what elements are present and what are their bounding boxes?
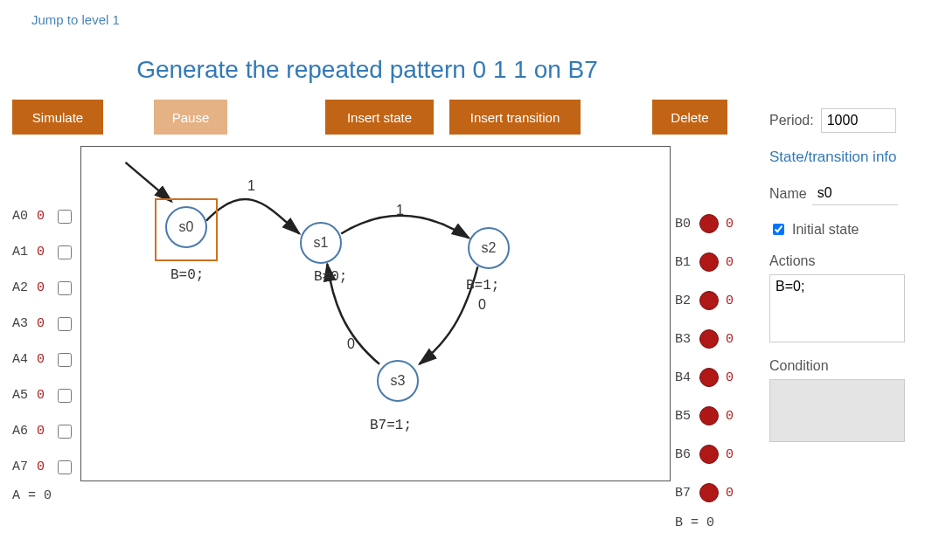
transition-s0-s1-label: 1 (247, 178, 255, 194)
delete-button[interactable]: Delete (652, 100, 727, 135)
initial-state-checkbox[interactable] (773, 224, 784, 235)
transition-s3-s1-label: 0 (347, 336, 355, 352)
input-value: 0 (37, 245, 54, 259)
fsm-canvas[interactable]: s0 s1 s2 s3 B=0; B=0; B=1; B7=1; 1 1 0 0 (80, 146, 671, 481)
state-s0[interactable]: s0 (165, 206, 207, 248)
condition-label: Condition (769, 358, 925, 374)
input-checkbox[interactable] (58, 210, 72, 224)
led-icon (699, 252, 719, 272)
input-row: A20 (12, 270, 74, 306)
input-name: A5 (12, 388, 37, 403)
led-icon (699, 445, 719, 464)
properties-panel: Period: State/transition info Name Initi… (769, 108, 925, 446)
input-name: A2 (12, 280, 37, 295)
outputs-sum: B = 0 (675, 515, 734, 530)
input-row: A70 (12, 449, 74, 485)
insert-transition-button[interactable]: Insert transition (449, 100, 581, 135)
inputs-sum: A = 0 (12, 488, 74, 503)
input-row: A30 (12, 306, 74, 342)
transition-s1-s2-label: 1 (396, 203, 404, 218)
output-name: B1 (675, 255, 699, 270)
input-name: A1 (12, 245, 37, 259)
period-input[interactable] (821, 108, 896, 133)
output-name: B4 (675, 370, 699, 385)
input-checkbox[interactable] (58, 389, 72, 403)
output-value: 0 (726, 486, 734, 501)
toolbar: Simulate Pause Insert state Insert trans… (12, 100, 738, 136)
input-checkbox[interactable] (58, 281, 72, 295)
output-value: 0 (726, 332, 734, 347)
led-icon (699, 368, 719, 387)
input-checkbox[interactable] (58, 460, 72, 474)
input-checkbox[interactable] (58, 353, 72, 367)
led-icon (699, 291, 719, 310)
output-value: 0 (726, 217, 734, 232)
state-s2-action: B=1; (466, 278, 499, 294)
name-input[interactable] (812, 182, 898, 205)
output-name: B7 (675, 486, 699, 501)
insert-state-button[interactable]: Insert state (325, 100, 434, 135)
state-s1-action: B=0; (314, 269, 347, 285)
state-s2[interactable]: s2 (468, 227, 510, 269)
state-s3-action: B7=1; (370, 418, 412, 433)
condition-textarea[interactable] (769, 379, 905, 442)
output-name: B5 (675, 409, 699, 424)
output-row: B10 (675, 243, 734, 281)
output-value: 0 (726, 255, 734, 270)
state-s1[interactable]: s1 (300, 222, 342, 264)
led-icon (699, 214, 719, 233)
input-name: A3 (12, 316, 37, 331)
input-value: 0 (37, 280, 54, 295)
inputs-panel: A00A10A20A30A40A50A60A70 A = 0 (12, 198, 74, 503)
state-s0-action: B=0; (170, 267, 204, 283)
input-value: 0 (37, 424, 54, 439)
output-row: B00 (675, 204, 734, 243)
input-value: 0 (37, 316, 54, 331)
led-icon (699, 329, 719, 349)
actions-textarea[interactable] (769, 274, 905, 342)
input-value: 0 (37, 388, 54, 403)
input-value: 0 (37, 352, 54, 367)
input-value: 0 (37, 209, 54, 224)
input-name: A6 (12, 424, 37, 439)
output-value: 0 (726, 370, 734, 385)
output-row: B40 (675, 358, 734, 397)
input-row: A10 (12, 234, 74, 270)
outputs-panel: B00B10B20B30B40B50B60B70 B = 0 (675, 204, 734, 530)
info-link[interactable]: State/transition info (769, 149, 925, 166)
input-name: A0 (12, 209, 37, 224)
input-checkbox[interactable] (58, 245, 72, 259)
input-row: A00 (12, 198, 74, 234)
output-value: 0 (726, 294, 734, 308)
output-value: 0 (726, 409, 734, 424)
output-row: B20 (675, 281, 734, 320)
output-name: B0 (675, 217, 699, 232)
input-row: A50 (12, 377, 74, 413)
output-value: 0 (726, 447, 734, 462)
output-row: B50 (675, 397, 734, 435)
input-checkbox[interactable] (58, 317, 72, 331)
pause-button[interactable]: Pause (154, 100, 227, 135)
input-value: 0 (37, 460, 54, 474)
input-name: A7 (12, 460, 37, 474)
transition-s2-s3-label: 0 (478, 297, 486, 313)
output-name: B3 (675, 332, 699, 347)
input-checkbox[interactable] (58, 425, 72, 439)
output-row: B30 (675, 320, 734, 358)
led-icon (699, 406, 719, 425)
output-name: B2 (675, 294, 699, 308)
output-row: B60 (675, 435, 734, 474)
input-row: A40 (12, 342, 74, 377)
input-row: A60 (12, 413, 74, 449)
period-label: Period: (769, 113, 814, 128)
output-row: B70 (675, 474, 734, 512)
name-label: Name (769, 186, 807, 202)
actions-label: Actions (769, 253, 925, 269)
state-s3[interactable]: s3 (377, 360, 419, 402)
input-name: A4 (12, 352, 37, 367)
led-icon (699, 483, 719, 502)
output-name: B6 (675, 447, 699, 462)
initial-state-label: Initial state (792, 222, 859, 238)
simulate-button[interactable]: Simulate (12, 100, 103, 135)
jump-link[interactable]: Jump to level 1 (31, 12, 120, 27)
